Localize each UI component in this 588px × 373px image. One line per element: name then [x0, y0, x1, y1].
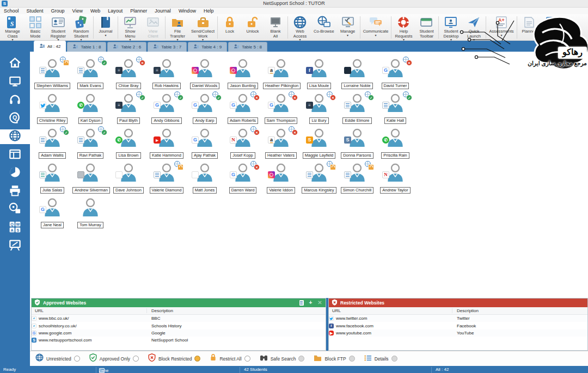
sidebar-item-monitor[interactable] — [0, 75, 30, 90]
student-icon-julia-salas[interactable]: Julia Salas — [34, 163, 70, 194]
student-icon-andrew-silverman[interactable]: Andrew Silverman — [72, 163, 108, 194]
panel-close-button[interactable]: ✕ — [317, 300, 323, 306]
sidebar-item-qa[interactable]: Q — [0, 111, 30, 126]
sidebar-item-whiteboard[interactable] — [0, 239, 30, 253]
student-icon-andy-gibbons[interactable]: G✓Andy Gibbons — [149, 94, 185, 124]
student-icon-dave-johnson[interactable]: Dave Johnson — [111, 163, 146, 194]
toggle-off[interactable] — [391, 356, 397, 362]
student-icon-valerie-iddon[interactable]: Valerie Iddon — [263, 163, 299, 194]
toolbar-button-basic-mode[interactable]: Basic Mode — [24, 15, 47, 40]
tab-table-5-8[interactable]: Table 5 : 8 — [228, 42, 267, 52]
menu-planner[interactable]: Planner — [130, 8, 147, 14]
student-icon-andy-earp[interactable]: G✓Andy Earp — [187, 94, 223, 124]
student-icon-ravi-pathak[interactable]: ✓Ravi Pathak — [72, 128, 108, 159]
web-mode-details[interactable]: Details — [364, 354, 397, 364]
approved-website-row[interactable]: Gwww.google.comGoogle — [32, 330, 326, 337]
student-icon-katie-hammond[interactable]: ▶Katie Hammond — [149, 128, 185, 159]
toolbar-button-show-menu[interactable]: Show Menu▾ — [119, 15, 142, 40]
approved-website-row[interactable]: Swww.netsupportschool.comNetSupport Scho… — [32, 337, 326, 344]
tab-all-42[interactable]: All : 42 — [34, 41, 66, 52]
approved-website-row[interactable]: ewww.bbc.co.uk/BBC — [32, 315, 326, 322]
web-mode-safe-search[interactable]: Safe Search — [260, 354, 305, 364]
radio-off[interactable] — [133, 356, 139, 362]
web-mode-unrestricted[interactable]: Unrestricted — [35, 353, 80, 364]
toggle-off[interactable] — [298, 356, 304, 362]
radio-off[interactable] — [74, 356, 80, 362]
restricted-website-row[interactable]: www.twitter.comTwitter — [329, 315, 587, 322]
student-icon-stephen-williams[interactable]: Stephen Williams — [34, 59, 70, 89]
student-icon-jason-bunting[interactable]: Jason Bunting — [225, 59, 261, 89]
student-icon-sam-thompson[interactable]: G✕Sam Thompson — [263, 94, 299, 124]
toolbar-button-student-register[interactable]: Student Register▾ — [47, 15, 70, 40]
toolbar-button-manage-class[interactable]: SManage Class▾ — [1, 15, 24, 40]
menu-window[interactable]: Window — [179, 8, 196, 14]
student-icon-daniel-woods[interactable]: Daniel Woods — [187, 59, 223, 89]
toolbar-button-lock[interactable]: Lock — [218, 15, 241, 40]
student-icon-lisa-moule[interactable]: fLisa Moule — [301, 59, 337, 89]
toolbar-button-quick-launch[interactable]: Quick Launch▾ — [462, 15, 485, 40]
sidebar-item-survey[interactable] — [0, 166, 30, 181]
sidebar-item-applications[interactable] — [0, 148, 30, 163]
menu-school[interactable]: School — [4, 8, 19, 14]
student-icon-adam-roberts[interactable]: G✕Adam Roberts — [225, 94, 261, 124]
student-icon-paul-blyth[interactable]: ≡✓Paul Blyth — [111, 94, 146, 124]
menu-help[interactable]: Help — [204, 8, 214, 14]
toolbar-button-journal[interactable]: Journal▾ — [94, 15, 117, 40]
panel-add-button[interactable]: + — [308, 300, 314, 306]
toolbar-button-planner[interactable]: Planner — [518, 15, 541, 40]
student-icon-heather-pilkington[interactable]: aHeather Pilkington — [263, 59, 299, 89]
student-icon-lorraine-noble[interactable]: Lorraine Noble — [339, 59, 375, 89]
toolbar-button-random-student[interactable]: Random Student▾ — [70, 15, 93, 40]
student-icon-eddie-elmore[interactable]: ✓Eddie Elmore — [339, 94, 375, 124]
sidebar-item-audio[interactable] — [0, 93, 30, 108]
student-icon-karl-dyson[interactable]: ✆Karl Dyson — [72, 94, 108, 124]
toolbar-button-blank-all[interactable]: Blank All — [264, 15, 287, 40]
student-icon-christine-riley[interactable]: Christine Riley — [34, 94, 70, 124]
toolbar-button-send-collect-work[interactable]: Send/Collect Work▾ — [189, 15, 217, 40]
student-icon-ajay-pathak[interactable]: GAjay Pathak — [187, 128, 223, 159]
web-mode-restrict-all[interactable]: Restrict All — [210, 353, 250, 364]
sidebar-item-home[interactable] — [0, 57, 30, 71]
student-icon-donna-parsons[interactable]: SDonna Parsons — [339, 128, 375, 159]
student-icon-tom-murray[interactable]: Tom Murray — [72, 198, 108, 228]
toolbar-button-unlock[interactable]: Unlock — [241, 15, 264, 40]
toolbar-button-assessments[interactable]: A+Assessments▾ — [487, 15, 516, 40]
student-icon-marcus-kingsley[interactable]: Marcus Kingsley — [301, 163, 337, 194]
toggle-off[interactable] — [349, 356, 355, 362]
student-icon-chloe-bray[interactable]: ≡✕Chloe Bray — [111, 59, 146, 89]
restricted-website-row[interactable]: ▶www.youtube.comYouTube — [329, 330, 587, 337]
toolbar-button-co-browse[interactable]: Co-Browse — [311, 15, 336, 40]
restricted-website-row[interactable]: fwww.facebook.comFacebook — [329, 322, 587, 329]
student-icon-valerie-diamond[interactable]: Valerie Diamond — [149, 163, 185, 194]
approved-website-row[interactable]: eschoolhistory.co.uk/Schools History — [32, 322, 326, 329]
student-icon-matt-jones[interactable]: Matt Jones — [187, 163, 223, 194]
student-icon-liz-bury[interactable]: ≡✕Liz Bury — [301, 94, 337, 124]
menu-layout[interactable]: Layout — [108, 8, 122, 14]
toolbar-button-view-client[interactable]: View Client — [142, 15, 164, 40]
web-mode-block-ftp[interactable]: Block FTP — [314, 354, 354, 364]
sidebar-item-print[interactable] — [0, 184, 30, 199]
menu-web[interactable]: Web — [90, 8, 100, 14]
student-icon-andrew-taylor[interactable]: NAndrew Taylor — [377, 163, 413, 194]
tab-table-2-6[interactable]: Table 2 : 6 — [107, 42, 146, 52]
student-icon-jane-neal[interactable]: GJane Neal — [34, 198, 70, 228]
tab-table-1-8[interactable]: Table 1 : 8 — [67, 42, 106, 52]
tab-table-4-9[interactable]: Table 4 : 9 — [188, 42, 227, 52]
toolbar-button-console[interactable] — [541, 15, 564, 40]
toolbar-button-file-transfer[interactable]: File Transfer▾ — [166, 15, 189, 40]
menu-student[interactable]: Student — [27, 8, 44, 14]
toolbar-button-web-access[interactable]: Web Access▾ — [289, 15, 311, 40]
web-mode-block-restricted[interactable]: Block Restricted — [148, 353, 200, 364]
toolbar-button-help-requests[interactable]: Help Requests▾ — [392, 15, 415, 40]
radio-on[interactable] — [194, 356, 200, 362]
toolbar-button-student-toolbar[interactable]: Student Toolbar — [415, 15, 438, 40]
student-icon-josef-kopp[interactable]: N✕Josef Kopp — [225, 128, 261, 159]
student-icon-priscilla-rain[interactable]: ✆Priscilla Rain — [377, 128, 413, 159]
tab-table-3-7[interactable]: Table 3 : 7 — [148, 42, 187, 52]
student-icon-heather-vaters[interactable]: a✕Heather Vaters — [263, 128, 299, 159]
sidebar-item-web-control[interactable] — [0, 129, 30, 144]
menu-view[interactable]: View — [72, 8, 83, 14]
student-icon-darren-ward[interactable]: G✕Darren Ward — [225, 163, 261, 194]
toolbar-button-communicate[interactable]: Communicate▾ — [361, 15, 391, 40]
menu-journal[interactable]: Journal — [155, 8, 171, 14]
